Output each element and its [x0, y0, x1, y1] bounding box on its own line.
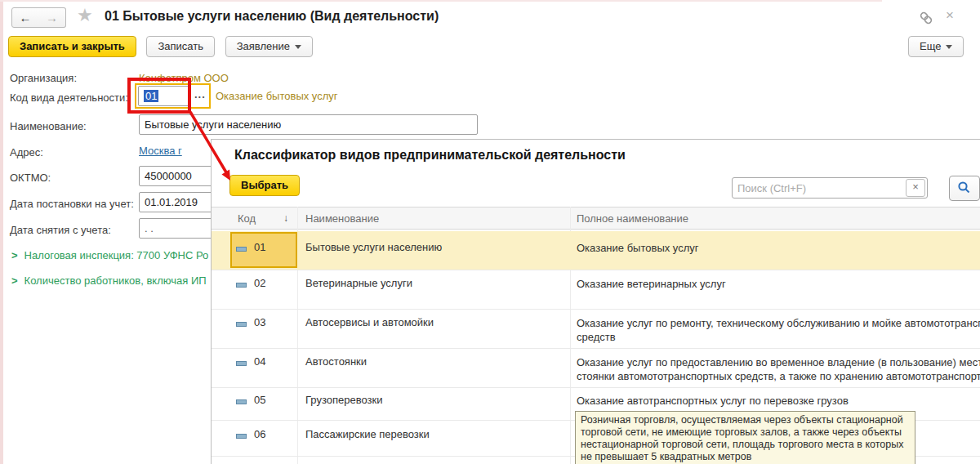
search-input[interactable] — [733, 182, 906, 194]
column-header-code[interactable]: Код — [238, 212, 256, 225]
address-label: Адрес: — [10, 146, 43, 158]
cell-name: Ветеринарные услуги — [305, 277, 412, 289]
activity-code-input[interactable]: 01 — [138, 86, 190, 106]
app-window: ← → ★ 01 Бытовые услуги населению (Вид д… — [0, 0, 980, 464]
search-box: × — [732, 177, 928, 199]
workers-count-link[interactable]: >Количество работников, включая ИП — [11, 274, 207, 287]
address-link[interactable]: Москва г — [139, 145, 182, 157]
chevron-down-icon — [295, 45, 301, 49]
table-row[interactable]: 03 Автосервисы и автомойки Оказание услу… — [212, 310, 980, 349]
cell-code: 06 — [254, 428, 265, 440]
page-title: 01 Бытовые услуги населению (Вид деятель… — [105, 9, 439, 24]
cell-code: 05 — [254, 394, 265, 406]
tooltip: Розничная торговля, осуществляемая через… — [575, 411, 915, 464]
row-marker-icon — [236, 247, 247, 252]
cell-fullname: Оказание автотранспортных услуг по перев… — [577, 394, 849, 408]
select-button[interactable]: Выбрать — [229, 175, 300, 196]
statement-menu-button[interactable]: Заявление — [225, 36, 313, 57]
row-marker-icon — [236, 399, 247, 404]
organization-label: Организация: — [10, 72, 77, 84]
registration-date-label: Дата постановки на учет: — [10, 198, 134, 210]
row-marker-icon — [236, 434, 247, 439]
classifier-popup: Классификатор видов предпринимательской … — [211, 139, 980, 464]
name-label: Наименование: — [10, 120, 87, 132]
search-button[interactable] — [949, 176, 980, 201]
lookup-ellipsis-button[interactable]: ... — [194, 88, 206, 100]
cell-name: Автосервисы и автомойки — [305, 316, 434, 328]
cell-code: 01 — [254, 241, 265, 253]
search-icon — [957, 181, 971, 194]
oktmo-label: ОКТМО: — [10, 172, 51, 184]
favorite-star-icon[interactable]: ★ — [77, 5, 93, 26]
activity-code-label: Код вида деятельности: — [10, 91, 128, 104]
cell-name: Грузоперевозки — [305, 394, 382, 406]
cell-name: Пассажирские перевозки — [305, 428, 430, 440]
cell-fullname: Оказание ветеринарных услуг — [577, 277, 726, 291]
left-edge-strip — [0, 0, 3, 464]
top-edge-strip — [0, 0, 882, 2]
column-header-name[interactable]: Наименование — [305, 212, 379, 225]
link-chain-icon[interactable] — [918, 10, 934, 29]
chevron-down-icon — [946, 45, 952, 49]
cell-code: 03 — [254, 316, 265, 328]
table-row[interactable]: 04 Автостоянки Оказание услуг по предост… — [212, 349, 980, 388]
activity-code-hint: Оказание бытовых услуг — [216, 90, 338, 102]
save-button[interactable]: Записать — [146, 36, 215, 57]
row-marker-icon — [236, 283, 247, 288]
tax-inspection-link[interactable]: >Налоговая инспекция: 7700 УФНС Ро — [11, 249, 208, 261]
cell-name: Бытовые услуги населению — [305, 241, 442, 253]
column-header-fullname[interactable]: Полное наименование — [577, 212, 688, 225]
chevron-right-icon: > — [11, 249, 18, 261]
command-bar: Записать и закрыть Записать Заявление — [8, 36, 320, 57]
popup-title: Классификатор видов предпринимательской … — [234, 148, 626, 163]
close-icon[interactable]: × — [946, 7, 954, 24]
cell-name: Автостоянки — [305, 355, 367, 368]
deregistration-date-label: Дата снятия с учета: — [10, 224, 111, 236]
table-header: Код ↓ Наименование Полное наименование — [212, 207, 980, 230]
chevron-right-icon: > — [11, 274, 18, 287]
selected-text: 01 — [144, 90, 158, 102]
table-row[interactable]: 02 Ветеринарные услуги Оказание ветерина… — [212, 270, 980, 310]
cell-code: 04 — [254, 355, 265, 368]
row-marker-icon — [236, 322, 247, 327]
cell-fullname: Оказание бытовых услуг — [577, 241, 699, 255]
more-button[interactable]: Еще — [908, 36, 964, 57]
cell-fullname: Оказание услуг по предоставлению во врем… — [577, 355, 980, 383]
cell-fullname: Оказание услуг по ремонту, техническому … — [577, 316, 980, 344]
cell-code: 02 — [254, 277, 265, 289]
row-marker-icon — [236, 361, 247, 366]
sort-descending-icon: ↓ — [283, 212, 288, 224]
save-and-close-button[interactable]: Записать и закрыть — [8, 36, 136, 57]
name-input[interactable]: Бытовые услуги населению — [139, 114, 478, 135]
organization-value[interactable]: Конфетпром ООО — [139, 72, 229, 84]
search-clear-icon[interactable]: × — [906, 179, 925, 197]
table-row[interactable]: 01 Бытовые услуги населению Оказание быт… — [212, 231, 980, 270]
forward-button[interactable]: → — [38, 7, 66, 28]
back-button[interactable]: ← — [11, 7, 39, 28]
